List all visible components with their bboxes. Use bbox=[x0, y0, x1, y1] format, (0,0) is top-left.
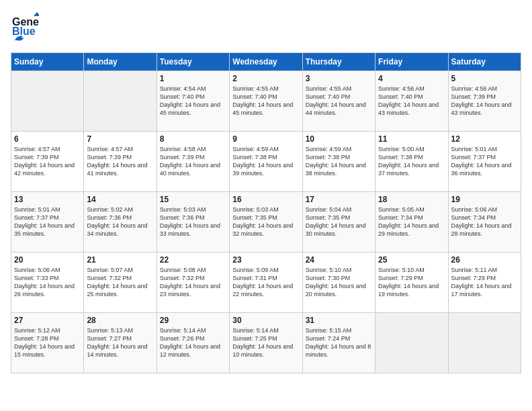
column-header-sunday: Sunday bbox=[11, 53, 84, 71]
calendar-cell: 28 Sunrise: 5:13 AM Sunset: 7:27 PM Dayl… bbox=[84, 313, 157, 373]
day-number: 14 bbox=[87, 195, 153, 204]
day-number: 16 bbox=[232, 195, 299, 204]
calendar-cell: 1 Sunrise: 4:54 AM Sunset: 7:40 PM Dayli… bbox=[157, 71, 229, 132]
calendar-header-row: SundayMondayTuesdayWednesdayThursdayFrid… bbox=[11, 53, 521, 71]
cell-content: Sunrise: 5:03 AM Sunset: 7:36 PM Dayligh… bbox=[160, 205, 226, 238]
day-number: 27 bbox=[14, 316, 81, 325]
calendar-cell: 2 Sunrise: 4:55 AM Sunset: 7:40 PM Dayli… bbox=[230, 71, 302, 132]
cell-content: Sunrise: 5:07 AM Sunset: 7:32 PM Dayligh… bbox=[87, 266, 153, 299]
day-number: 18 bbox=[378, 195, 445, 204]
calendar-cell: 30 Sunrise: 5:14 AM Sunset: 7:25 PM Dayl… bbox=[230, 313, 302, 373]
calendar-week-row: 27 Sunrise: 5:12 AM Sunset: 7:28 PM Dayl… bbox=[11, 313, 521, 373]
calendar-cell: 7 Sunrise: 4:57 AM Sunset: 7:39 PM Dayli… bbox=[84, 132, 157, 192]
cell-content: Sunrise: 4:57 AM Sunset: 7:39 PM Dayligh… bbox=[14, 145, 81, 178]
calendar-cell: 31 Sunrise: 5:15 AM Sunset: 7:24 PM Dayl… bbox=[302, 313, 375, 373]
cell-content: Sunrise: 5:03 AM Sunset: 7:35 PM Dayligh… bbox=[232, 205, 299, 238]
day-number: 3 bbox=[306, 74, 372, 83]
day-number: 8 bbox=[160, 134, 226, 144]
calendar-cell bbox=[448, 313, 521, 373]
cell-content: Sunrise: 5:14 AM Sunset: 7:25 PM Dayligh… bbox=[232, 326, 299, 359]
cell-content: Sunrise: 5:15 AM Sunset: 7:24 PM Dayligh… bbox=[306, 326, 372, 359]
day-number: 29 bbox=[160, 316, 226, 325]
day-number: 11 bbox=[378, 134, 445, 144]
cell-content: Sunrise: 5:05 AM Sunset: 7:34 PM Dayligh… bbox=[378, 205, 445, 238]
calendar-cell: 21 Sunrise: 5:07 AM Sunset: 7:32 PM Dayl… bbox=[84, 253, 157, 313]
cell-content: Sunrise: 4:56 AM Sunset: 7:39 PM Dayligh… bbox=[451, 85, 518, 118]
cell-content: Sunrise: 5:11 AM Sunset: 7:29 PM Dayligh… bbox=[451, 266, 518, 299]
cell-content: Sunrise: 5:14 AM Sunset: 7:26 PM Dayligh… bbox=[160, 326, 226, 359]
day-number: 26 bbox=[451, 255, 518, 265]
day-number: 15 bbox=[160, 195, 226, 204]
day-number: 12 bbox=[451, 134, 518, 144]
calendar-cell: 20 Sunrise: 5:06 AM Sunset: 7:33 PM Dayl… bbox=[11, 253, 84, 313]
calendar-cell: 19 Sunrise: 5:06 AM Sunset: 7:34 PM Dayl… bbox=[448, 192, 521, 253]
cell-content: Sunrise: 4:55 AM Sunset: 7:40 PM Dayligh… bbox=[232, 85, 299, 118]
cell-content: Sunrise: 4:54 AM Sunset: 7:40 PM Dayligh… bbox=[160, 85, 226, 118]
calendar-cell: 3 Sunrise: 4:55 AM Sunset: 7:40 PM Dayli… bbox=[302, 71, 375, 132]
calendar-cell: 10 Sunrise: 4:59 AM Sunset: 7:38 PM Dayl… bbox=[302, 132, 375, 192]
calendar-cell: 11 Sunrise: 5:00 AM Sunset: 7:38 PM Dayl… bbox=[375, 132, 448, 192]
day-number: 20 bbox=[14, 255, 81, 265]
calendar-cell: 13 Sunrise: 5:01 AM Sunset: 7:37 PM Dayl… bbox=[11, 192, 84, 253]
calendar-cell: 12 Sunrise: 5:01 AM Sunset: 7:37 PM Dayl… bbox=[448, 132, 521, 192]
day-number: 2 bbox=[232, 74, 299, 83]
calendar-cell: 8 Sunrise: 4:58 AM Sunset: 7:39 PM Dayli… bbox=[157, 132, 229, 192]
cell-content: Sunrise: 4:55 AM Sunset: 7:40 PM Dayligh… bbox=[306, 85, 372, 118]
column-header-saturday: Saturday bbox=[448, 53, 521, 71]
cell-content: Sunrise: 5:01 AM Sunset: 7:37 PM Dayligh… bbox=[14, 205, 81, 238]
cell-content: Sunrise: 4:58 AM Sunset: 7:39 PM Dayligh… bbox=[160, 145, 226, 178]
calendar-cell: 27 Sunrise: 5:12 AM Sunset: 7:28 PM Dayl… bbox=[11, 313, 84, 373]
day-number: 13 bbox=[14, 195, 81, 204]
day-number: 10 bbox=[306, 134, 372, 144]
cell-content: Sunrise: 5:04 AM Sunset: 7:35 PM Dayligh… bbox=[306, 205, 372, 238]
calendar-cell bbox=[84, 71, 157, 132]
day-number: 19 bbox=[451, 195, 518, 204]
cell-content: Sunrise: 4:56 AM Sunset: 7:40 PM Dayligh… bbox=[378, 85, 445, 118]
column-header-wednesday: Wednesday bbox=[230, 53, 302, 71]
day-number: 30 bbox=[232, 316, 299, 325]
calendar-cell: 15 Sunrise: 5:03 AM Sunset: 7:36 PM Dayl… bbox=[157, 192, 229, 253]
calendar-cell: 23 Sunrise: 5:09 AM Sunset: 7:31 PM Dayl… bbox=[230, 253, 302, 313]
column-header-friday: Friday bbox=[375, 53, 448, 71]
day-number: 24 bbox=[306, 255, 372, 265]
day-number: 23 bbox=[232, 255, 299, 265]
day-number: 1 bbox=[160, 74, 226, 83]
cell-content: Sunrise: 5:00 AM Sunset: 7:38 PM Dayligh… bbox=[378, 145, 445, 178]
calendar-cell: 16 Sunrise: 5:03 AM Sunset: 7:35 PM Dayl… bbox=[230, 192, 302, 253]
calendar-cell: 6 Sunrise: 4:57 AM Sunset: 7:39 PM Dayli… bbox=[11, 132, 84, 192]
calendar-cell: 14 Sunrise: 5:02 AM Sunset: 7:36 PM Dayl… bbox=[84, 192, 157, 253]
calendar-cell: 24 Sunrise: 5:10 AM Sunset: 7:30 PM Dayl… bbox=[302, 253, 375, 313]
day-number: 17 bbox=[306, 195, 372, 204]
calendar-cell: 17 Sunrise: 5:04 AM Sunset: 7:35 PM Dayl… bbox=[302, 192, 375, 253]
cell-content: Sunrise: 5:01 AM Sunset: 7:37 PM Dayligh… bbox=[451, 145, 518, 178]
calendar-cell: 5 Sunrise: 4:56 AM Sunset: 7:39 PM Dayli… bbox=[448, 71, 521, 132]
cell-content: Sunrise: 5:06 AM Sunset: 7:34 PM Dayligh… bbox=[451, 205, 518, 238]
calendar-week-row: 6 Sunrise: 4:57 AM Sunset: 7:39 PM Dayli… bbox=[11, 132, 521, 192]
day-number: 21 bbox=[87, 255, 153, 265]
logo-bird-icon bbox=[13, 34, 26, 43]
day-number: 6 bbox=[14, 134, 81, 144]
calendar-week-row: 13 Sunrise: 5:01 AM Sunset: 7:37 PM Dayl… bbox=[11, 192, 521, 253]
column-header-thursday: Thursday bbox=[302, 53, 375, 71]
day-number: 22 bbox=[160, 255, 226, 265]
cell-content: Sunrise: 5:13 AM Sunset: 7:27 PM Dayligh… bbox=[87, 326, 153, 359]
day-number: 4 bbox=[378, 74, 445, 83]
svg-marker-2 bbox=[34, 12, 39, 16]
calendar-cell: 29 Sunrise: 5:14 AM Sunset: 7:26 PM Dayl… bbox=[157, 313, 229, 373]
cell-content: Sunrise: 4:59 AM Sunset: 7:38 PM Dayligh… bbox=[306, 145, 372, 178]
cell-content: Sunrise: 5:10 AM Sunset: 7:29 PM Dayligh… bbox=[378, 266, 445, 299]
logo: General Blue bbox=[11, 11, 39, 44]
column-header-monday: Monday bbox=[84, 53, 157, 71]
calendar-cell: 4 Sunrise: 4:56 AM Sunset: 7:40 PM Dayli… bbox=[375, 71, 448, 132]
cell-content: Sunrise: 5:10 AM Sunset: 7:30 PM Dayligh… bbox=[306, 266, 372, 299]
calendar-cell: 22 Sunrise: 5:08 AM Sunset: 7:32 PM Dayl… bbox=[157, 253, 229, 313]
calendar-cell: 9 Sunrise: 4:59 AM Sunset: 7:38 PM Dayli… bbox=[230, 132, 302, 192]
calendar-week-row: 20 Sunrise: 5:06 AM Sunset: 7:33 PM Dayl… bbox=[11, 253, 521, 313]
day-number: 25 bbox=[378, 255, 445, 265]
cell-content: Sunrise: 5:12 AM Sunset: 7:28 PM Dayligh… bbox=[14, 326, 81, 359]
day-number: 7 bbox=[87, 134, 153, 144]
cell-content: Sunrise: 5:09 AM Sunset: 7:31 PM Dayligh… bbox=[232, 266, 299, 299]
page-header: General Blue bbox=[11, 11, 521, 44]
day-number: 9 bbox=[232, 134, 299, 144]
column-header-tuesday: Tuesday bbox=[157, 53, 229, 71]
